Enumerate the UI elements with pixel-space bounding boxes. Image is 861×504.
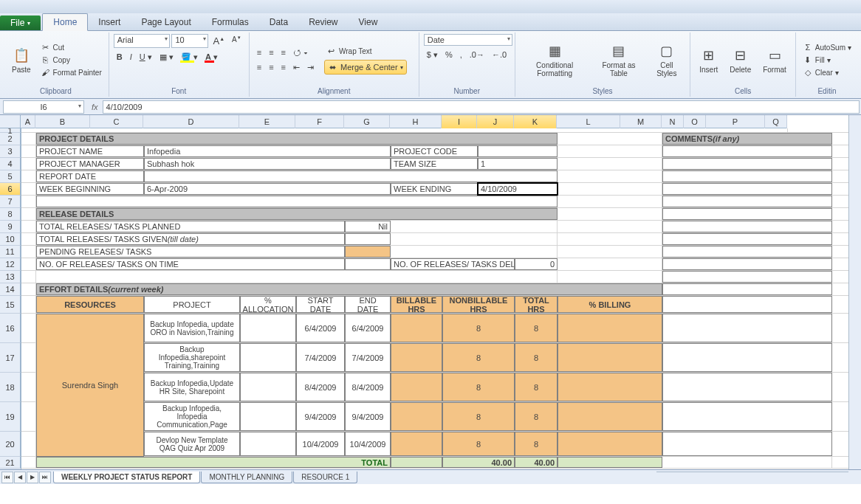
col-header-B[interactable]: B	[35, 115, 90, 128]
align-middle-button[interactable]: ≡	[266, 46, 276, 58]
conditional-formatting-button[interactable]: ▦Conditional Formatting	[520, 34, 590, 86]
copy-button[interactable]: ⎘Copy	[38, 54, 104, 66]
cut-button[interactable]: ✂Cut	[38, 41, 104, 53]
col-header-Q[interactable]: Q	[765, 115, 787, 128]
bold-button[interactable]: B	[114, 51, 126, 63]
percent-button[interactable]: %	[442, 49, 456, 61]
col-header-I[interactable]: I	[442, 115, 477, 128]
align-top-button[interactable]: ≡	[254, 46, 264, 58]
tab-nav-prev[interactable]: ◀	[14, 472, 26, 483]
col-header-L[interactable]: L	[557, 115, 620, 128]
col-header-F[interactable]: F	[295, 115, 344, 128]
sheet-tab-3[interactable]: RESOURCE 1	[293, 472, 357, 483]
row-header-5[interactable]: 5	[0, 170, 21, 183]
italic-button[interactable]: I	[127, 51, 135, 63]
comma-button[interactable]: ,	[457, 49, 465, 61]
paste-button[interactable]: 📋 Paste	[7, 34, 35, 86]
col-header-C[interactable]: C	[90, 115, 143, 128]
format-cells-button[interactable]: ▭Format	[758, 34, 791, 86]
row-header-3[interactable]: 3	[0, 145, 21, 158]
formula-bar[interactable]: 4/10/2009	[103, 100, 860, 114]
clear-button[interactable]: ◇Clear ▾	[800, 66, 854, 78]
column-headers[interactable]: ABCDEFGHIJKLMNOPQ	[21, 115, 787, 128]
font-size-combo[interactable]: 10	[171, 34, 208, 48]
row-header-2[interactable]: 2	[0, 133, 21, 145]
col-header-G[interactable]: G	[344, 115, 390, 128]
align-center-button[interactable]: ≡	[266, 61, 276, 74]
col-header-O[interactable]: O	[684, 115, 706, 128]
wrap-text-button[interactable]: ↩Wrap Text	[324, 45, 407, 57]
grow-font-button[interactable]: A▲	[210, 34, 227, 48]
align-right-button[interactable]: ≡	[278, 61, 289, 74]
name-box[interactable]: I6	[3, 100, 84, 114]
row-header-19[interactable]: 19	[0, 402, 21, 432]
currency-button[interactable]: $ ▾	[424, 49, 441, 61]
grid[interactable]: PROJECT DETAILSCOMMENTS (if any)PROJECT …	[21, 128, 861, 484]
insert-cells-button[interactable]: ⊞Insert	[695, 34, 722, 86]
tab-nav-last[interactable]: ⏭	[39, 472, 51, 483]
row-header-8[interactable]: 8	[0, 208, 21, 221]
active-cell[interactable]: 4/10/2009	[478, 183, 558, 195]
select-all-corner[interactable]	[0, 115, 21, 128]
horizontal-scrollbar[interactable]	[656, 472, 848, 484]
row-header-15[interactable]: 15	[0, 296, 21, 314]
underline-button[interactable]: U ▾	[137, 51, 155, 63]
font-name-combo[interactable]: Arial	[114, 34, 171, 48]
row-header-4[interactable]: 4	[0, 158, 21, 170]
row-header-21[interactable]: 21	[0, 457, 21, 469]
tab-pagelayout[interactable]: Page Layout	[131, 14, 201, 30]
col-header-N[interactable]: N	[662, 115, 684, 128]
delete-cells-button[interactable]: ⊟Delete	[725, 34, 755, 86]
tab-view[interactable]: View	[349, 14, 388, 30]
orientation-button[interactable]: ⭯ ▾	[290, 46, 311, 58]
row-header-11[interactable]: 11	[0, 246, 21, 258]
col-header-A[interactable]: A	[21, 115, 35, 128]
row-header-10[interactable]: 10	[0, 233, 21, 246]
tab-insert[interactable]: Insert	[88, 14, 131, 30]
font-color-button[interactable]: A ▾	[202, 51, 221, 63]
row-header-16[interactable]: 16	[0, 314, 21, 343]
align-left-button[interactable]: ≡	[254, 61, 264, 74]
row-header-12[interactable]: 12	[0, 258, 21, 271]
dec-decimal-button[interactable]: ←.0	[489, 49, 510, 61]
autosum-button[interactable]: ΣAutoSum ▾	[800, 41, 854, 53]
merge-center-button[interactable]: ⬌Merge & Center▾	[324, 60, 407, 75]
tab-nav-first[interactable]: ⏮	[1, 472, 13, 483]
align-bottom-button[interactable]: ≡	[278, 46, 289, 58]
col-header-H[interactable]: H	[390, 115, 442, 128]
row-header-13[interactable]: 13	[0, 271, 21, 283]
fx-icon[interactable]: fx	[87, 103, 103, 111]
col-header-M[interactable]: M	[620, 115, 662, 128]
row-header-14[interactable]: 14	[0, 283, 21, 296]
inc-decimal-button[interactable]: .0→	[467, 49, 487, 61]
tab-data[interactable]: Data	[259, 14, 298, 30]
indent-inc-button[interactable]: ⇥	[304, 61, 317, 74]
row-header-20[interactable]: 20	[0, 432, 21, 457]
vertical-scrollbar[interactable]	[848, 115, 861, 469]
col-header-E[interactable]: E	[239, 115, 295, 128]
format-as-table-button[interactable]: ▤Format as Table	[593, 34, 645, 86]
tab-review[interactable]: Review	[298, 14, 348, 30]
shrink-font-button[interactable]: A▼	[229, 34, 244, 48]
row-header-7[interactable]: 7	[0, 196, 21, 208]
number-format-combo[interactable]: Date	[424, 34, 512, 46]
row-headers[interactable]: 123456789101112131415161718192021	[0, 128, 21, 484]
row-header-17[interactable]: 17	[0, 343, 21, 373]
cell-styles-button[interactable]: ▢Cell Styles	[648, 34, 685, 86]
sheet-tab-1[interactable]: WEEKLY PROJECT STATUS REPORT	[53, 472, 200, 483]
file-tab[interactable]: File	[0, 15, 41, 30]
col-header-P[interactable]: P	[706, 115, 765, 128]
row-header-9[interactable]: 9	[0, 221, 21, 233]
fill-button[interactable]: ⬇Fill ▾	[800, 54, 854, 66]
tab-nav-next[interactable]: ▶	[27, 472, 38, 483]
row-header-18[interactable]: 18	[0, 373, 21, 402]
col-header-D[interactable]: D	[143, 115, 239, 128]
col-header-K[interactable]: K	[514, 115, 557, 128]
indent-dec-button[interactable]: ⇤	[290, 61, 303, 74]
border-button[interactable]: ▦ ▾	[157, 51, 176, 63]
tab-home[interactable]: Home	[42, 13, 88, 31]
row-header-6[interactable]: 6	[0, 183, 21, 196]
col-header-J[interactable]: J	[477, 115, 514, 128]
format-painter-button[interactable]: 🖌Format Painter	[38, 66, 104, 78]
fill-color-button[interactable]: 🪣 ▾	[178, 51, 201, 63]
